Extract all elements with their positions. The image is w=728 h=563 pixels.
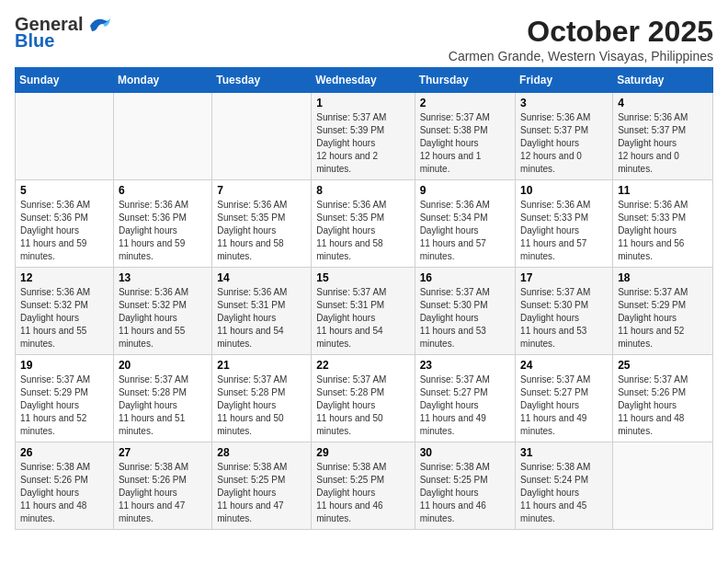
day-info: Sunrise: 5:37 AMSunset: 5:27 PMDaylight …	[420, 373, 510, 438]
day-number: 30	[420, 446, 510, 459]
calendar-cell: 10Sunrise: 5:36 AMSunset: 5:33 PMDayligh…	[516, 180, 613, 268]
calendar-cell: 13Sunrise: 5:36 AMSunset: 5:32 PMDayligh…	[113, 268, 211, 355]
day-number: 14	[217, 271, 306, 284]
day-number: 28	[217, 446, 306, 459]
day-number: 10	[520, 184, 608, 197]
col-header-wednesday: Wednesday	[312, 68, 415, 93]
day-number: 22	[316, 359, 409, 372]
day-info: Sunrise: 5:36 AMSunset: 5:32 PMDaylight …	[119, 286, 207, 350]
day-number: 7	[217, 184, 306, 197]
day-number: 3	[520, 97, 608, 109]
col-header-tuesday: Tuesday	[212, 68, 312, 93]
day-info: Sunrise: 5:37 AMSunset: 5:39 PMDaylight …	[316, 111, 409, 176]
calendar-cell: 26Sunrise: 5:38 AMSunset: 5:26 PMDayligh…	[16, 442, 114, 530]
day-number: 9	[420, 184, 510, 197]
calendar-cell: 18Sunrise: 5:37 AMSunset: 5:29 PMDayligh…	[613, 268, 713, 355]
day-info: Sunrise: 5:36 AMSunset: 5:32 PMDaylight …	[20, 286, 108, 350]
calendar-week-row: 12Sunrise: 5:36 AMSunset: 5:32 PMDayligh…	[16, 268, 713, 355]
day-number: 12	[20, 271, 108, 284]
day-number: 31	[520, 446, 608, 459]
calendar-cell: 11Sunrise: 5:36 AMSunset: 5:33 PMDayligh…	[613, 180, 713, 268]
col-header-friday: Friday	[516, 68, 613, 93]
day-info: Sunrise: 5:37 AMSunset: 5:28 PMDaylight …	[217, 373, 306, 438]
calendar-header-row: SundayMondayTuesdayWednesdayThursdayFrid…	[16, 68, 713, 93]
day-info: Sunrise: 5:36 AMSunset: 5:33 PMDaylight …	[618, 199, 708, 263]
day-info: Sunrise: 5:38 AMSunset: 5:25 PMDaylight …	[217, 461, 306, 525]
calendar-cell: 28Sunrise: 5:38 AMSunset: 5:25 PMDayligh…	[212, 442, 312, 530]
day-info: Sunrise: 5:37 AMSunset: 5:38 PMDaylight …	[420, 111, 510, 176]
calendar-cell: 5Sunrise: 5:36 AMSunset: 5:36 PMDaylight…	[16, 180, 114, 268]
calendar-cell: 21Sunrise: 5:37 AMSunset: 5:28 PMDayligh…	[212, 355, 312, 442]
day-number: 29	[316, 446, 409, 459]
calendar-cell: 29Sunrise: 5:38 AMSunset: 5:25 PMDayligh…	[312, 442, 415, 530]
day-number: 18	[618, 271, 708, 284]
calendar-cell: 8Sunrise: 5:36 AMSunset: 5:35 PMDaylight…	[312, 180, 415, 268]
page-header: General Blue October 2025 Carmen Grande,…	[15, 15, 713, 63]
day-info: Sunrise: 5:36 AMSunset: 5:31 PMDaylight …	[217, 286, 306, 350]
day-number: 25	[618, 359, 708, 372]
calendar-cell: 25Sunrise: 5:37 AMSunset: 5:26 PMDayligh…	[613, 355, 713, 442]
calendar-cell: 9Sunrise: 5:36 AMSunset: 5:34 PMDaylight…	[415, 180, 515, 268]
calendar-week-row: 19Sunrise: 5:37 AMSunset: 5:29 PMDayligh…	[16, 355, 713, 442]
day-info: Sunrise: 5:38 AMSunset: 5:26 PMDaylight …	[20, 461, 108, 525]
day-info: Sunrise: 5:37 AMSunset: 5:30 PMDaylight …	[420, 286, 510, 350]
day-info: Sunrise: 5:36 AMSunset: 5:36 PMDaylight …	[119, 199, 207, 263]
calendar-cell: 4Sunrise: 5:36 AMSunset: 5:37 PMDaylight…	[613, 93, 713, 180]
day-info: Sunrise: 5:36 AMSunset: 5:37 PMDaylight …	[520, 111, 608, 176]
day-number: 26	[20, 446, 108, 459]
day-info: Sunrise: 5:37 AMSunset: 5:31 PMDaylight …	[316, 286, 409, 350]
calendar-cell: 6Sunrise: 5:36 AMSunset: 5:36 PMDaylight…	[113, 180, 211, 268]
logo: General Blue	[15, 15, 112, 50]
logo-bird-icon	[86, 15, 112, 39]
day-info: Sunrise: 5:36 AMSunset: 5:33 PMDaylight …	[520, 199, 608, 263]
calendar-cell: 12Sunrise: 5:36 AMSunset: 5:32 PMDayligh…	[16, 268, 114, 355]
title-block: October 2025 Carmen Grande, Western Visa…	[449, 15, 713, 63]
col-header-monday: Monday	[113, 68, 211, 93]
calendar-week-row: 26Sunrise: 5:38 AMSunset: 5:26 PMDayligh…	[16, 442, 713, 530]
calendar-table: SundayMondayTuesdayWednesdayThursdayFrid…	[15, 67, 713, 530]
calendar-cell: 17Sunrise: 5:37 AMSunset: 5:30 PMDayligh…	[516, 268, 613, 355]
day-number: 15	[316, 271, 409, 284]
calendar-cell: 22Sunrise: 5:37 AMSunset: 5:28 PMDayligh…	[312, 355, 415, 442]
day-info: Sunrise: 5:36 AMSunset: 5:35 PMDaylight …	[316, 199, 409, 263]
col-header-sunday: Sunday	[16, 68, 114, 93]
day-number: 1	[316, 97, 409, 109]
day-number: 21	[217, 359, 306, 372]
calendar-cell: 7Sunrise: 5:36 AMSunset: 5:35 PMDaylight…	[212, 180, 312, 268]
day-info: Sunrise: 5:36 AMSunset: 5:35 PMDaylight …	[217, 199, 306, 263]
day-info: Sunrise: 5:38 AMSunset: 5:25 PMDaylight …	[420, 461, 510, 525]
day-number: 19	[20, 359, 108, 372]
calendar-cell: 1Sunrise: 5:37 AMSunset: 5:39 PMDaylight…	[312, 93, 415, 180]
month-title: October 2025	[449, 15, 713, 49]
calendar-week-row: 1Sunrise: 5:37 AMSunset: 5:39 PMDaylight…	[16, 93, 713, 180]
day-info: Sunrise: 5:38 AMSunset: 5:24 PMDaylight …	[520, 461, 608, 525]
day-number: 20	[119, 359, 207, 372]
col-header-saturday: Saturday	[613, 68, 713, 93]
calendar-cell: 20Sunrise: 5:37 AMSunset: 5:28 PMDayligh…	[113, 355, 211, 442]
calendar-cell	[113, 93, 211, 180]
day-number: 16	[420, 271, 510, 284]
day-number: 11	[618, 184, 708, 197]
calendar-week-row: 5Sunrise: 5:36 AMSunset: 5:36 PMDaylight…	[16, 180, 713, 268]
calendar-cell: 3Sunrise: 5:36 AMSunset: 5:37 PMDaylight…	[516, 93, 613, 180]
logo-blue: Blue	[15, 31, 83, 50]
day-info: Sunrise: 5:36 AMSunset: 5:37 PMDaylight …	[618, 111, 708, 176]
day-number: 23	[420, 359, 510, 372]
col-header-thursday: Thursday	[415, 68, 515, 93]
calendar-cell: 16Sunrise: 5:37 AMSunset: 5:30 PMDayligh…	[415, 268, 515, 355]
day-info: Sunrise: 5:37 AMSunset: 5:30 PMDaylight …	[520, 286, 608, 350]
day-number: 6	[119, 184, 207, 197]
day-info: Sunrise: 5:37 AMSunset: 5:28 PMDaylight …	[316, 373, 409, 438]
location-subtitle: Carmen Grande, Western Visayas, Philippi…	[449, 49, 713, 63]
day-number: 8	[316, 184, 409, 197]
day-info: Sunrise: 5:37 AMSunset: 5:28 PMDaylight …	[119, 373, 207, 438]
calendar-cell: 14Sunrise: 5:36 AMSunset: 5:31 PMDayligh…	[212, 268, 312, 355]
calendar-cell: 19Sunrise: 5:37 AMSunset: 5:29 PMDayligh…	[16, 355, 114, 442]
day-number: 5	[20, 184, 108, 197]
day-info: Sunrise: 5:36 AMSunset: 5:34 PMDaylight …	[420, 199, 510, 263]
day-number: 13	[119, 271, 207, 284]
calendar-cell: 2Sunrise: 5:37 AMSunset: 5:38 PMDaylight…	[415, 93, 515, 180]
day-info: Sunrise: 5:37 AMSunset: 5:29 PMDaylight …	[618, 286, 708, 350]
calendar-cell: 30Sunrise: 5:38 AMSunset: 5:25 PMDayligh…	[415, 442, 515, 530]
calendar-cell	[16, 93, 114, 180]
